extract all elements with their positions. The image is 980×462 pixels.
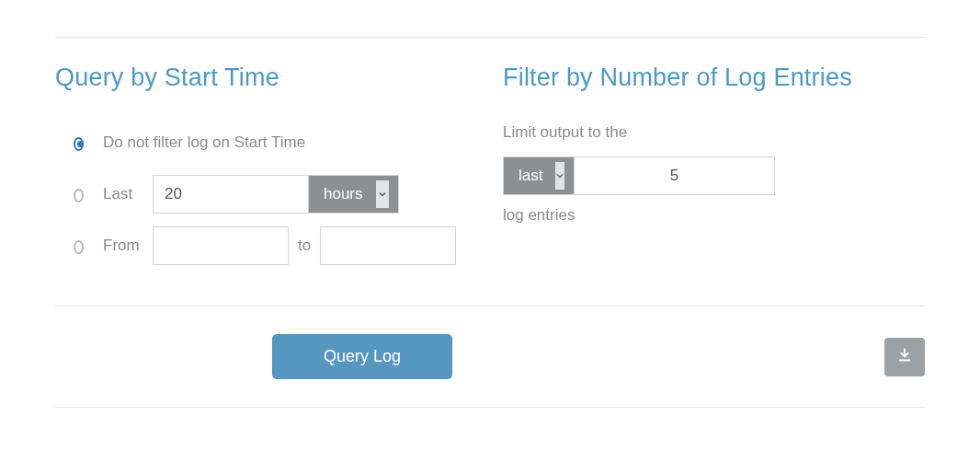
- to-label: to: [298, 237, 311, 255]
- to-datetime-input[interactable]: [320, 226, 456, 265]
- option-last: Last hours: [55, 175, 472, 214]
- limit-controls: last: [503, 156, 925, 195]
- unit-select-value: hours: [324, 185, 363, 203]
- limit-intro-label: Limit output to the: [503, 123, 925, 142]
- entry-count-input[interactable]: [575, 156, 775, 195]
- divider-bottom: [55, 407, 925, 408]
- option-range: From to: [55, 226, 472, 265]
- from-datetime-input[interactable]: [153, 226, 289, 265]
- radio-no-filter[interactable]: [74, 137, 84, 151]
- query-log-button[interactable]: Query Log: [272, 334, 452, 379]
- download-button[interactable]: [884, 338, 925, 376]
- chevron-down-icon: [376, 180, 389, 208]
- filter-by-entries-heading: Filter by Number of Log Entries: [503, 64, 925, 92]
- radio-range-label: From: [103, 237, 153, 255]
- log-entries-label: log entries: [503, 206, 575, 224]
- radio-range[interactable]: [74, 240, 84, 254]
- action-bar: Query Log: [55, 306, 925, 407]
- radio-last-label: Last: [103, 185, 153, 203]
- chevron-down-icon: [555, 162, 564, 190]
- query-by-start-time-section: Query by Start Time Do not filter log on…: [55, 64, 490, 278]
- download-icon: [896, 347, 913, 366]
- unit-select[interactable]: hours: [309, 175, 399, 214]
- filter-by-entries-section: Filter by Number of Log Entries Limit ou…: [490, 64, 925, 278]
- radio-last[interactable]: [74, 189, 84, 202]
- svg-rect-0: [899, 360, 910, 362]
- direction-select-value: last: [518, 167, 542, 185]
- direction-select[interactable]: last: [503, 156, 575, 195]
- query-by-start-time-heading: Query by Start Time: [55, 64, 472, 92]
- option-no-filter: Do not filter log on Start Time: [55, 123, 472, 162]
- radio-no-filter-label: Do not filter log on Start Time: [103, 133, 305, 152]
- last-amount-input[interactable]: [153, 175, 309, 214]
